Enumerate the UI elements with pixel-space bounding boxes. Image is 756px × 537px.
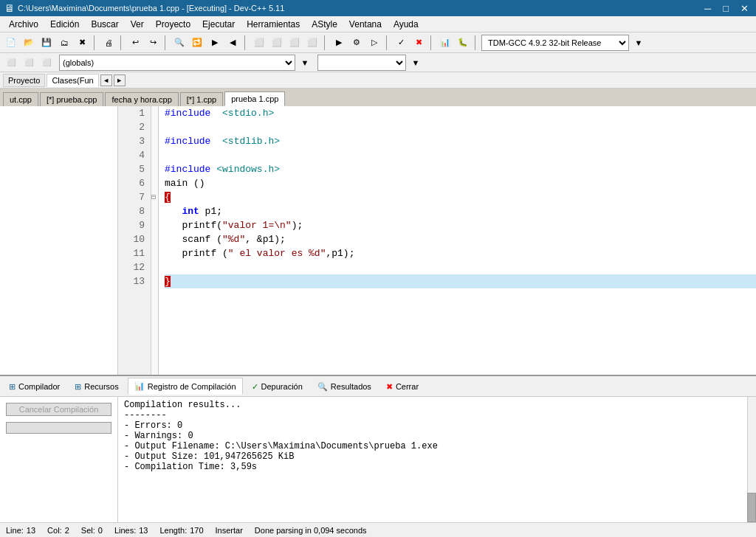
find-button[interactable]: 🔍: [171, 35, 188, 51]
class-nav-right[interactable]: ►: [114, 75, 126, 86]
menu-ayuda[interactable]: Ayuda: [388, 18, 425, 31]
left-panel: [0, 106, 118, 375]
status-lines: Lines: 13: [114, 526, 148, 535]
editor-area[interactable]: 1 2 3 4 5 6 7 8 9 10 11 12 13: [118, 106, 756, 375]
stop-button[interactable]: ✖: [410, 35, 427, 51]
bracket-indicator: ⊟: [151, 106, 159, 375]
check-button[interactable]: ✓: [393, 35, 409, 51]
menu-ejecutar[interactable]: Ejecutar: [196, 18, 241, 31]
tab-prueba1-cpp[interactable]: prueba 1.cpp: [224, 91, 285, 106]
toolbar-1: 📄 📂 💾 🗂 ✖ 🖨 ↩ ↪ 🔍 🔁 ▶ ◀ ⬜ ⬜ ⬜ ⬜ ▶ ⚙ ▷ ✓ …: [0, 32, 756, 53]
maximize-button[interactable]: □: [720, 3, 732, 14]
bottom-tabs: ⊞ Compilador ⊞ Recursos 📊 Registro de Co…: [0, 376, 756, 397]
find-prev-button[interactable]: ◀: [224, 35, 241, 51]
tab-compilador[interactable]: ⊞ Compilador: [3, 378, 66, 395]
output-line-3: - Errors: 0: [124, 420, 741, 431]
tab-registro-compilacion[interactable]: 📊 Registro de Compilación: [128, 378, 243, 395]
project-tab[interactable]: Proyecto: [3, 74, 45, 87]
class-nav-left[interactable]: ◄: [100, 75, 112, 86]
globals-dropdown[interactable]: (globals): [59, 55, 295, 71]
tab-prueba-cpp[interactable]: [*] prueba.cpp: [40, 92, 104, 106]
output-line-7: - Compilation Time: 3,59s: [124, 462, 741, 472]
code-line-11: printf (" el valor es %d",p1);: [165, 246, 756, 260]
unindent-button[interactable]: ⬜: [269, 35, 285, 51]
secondary-dropdown-btn[interactable]: ▼: [408, 55, 424, 71]
compile-run-button[interactable]: ▶: [331, 35, 347, 51]
menu-archivo[interactable]: Archivo: [3, 18, 44, 31]
minimize-button[interactable]: ─: [701, 3, 714, 14]
progress-bar: [6, 422, 111, 434]
app-icon: 🖥: [4, 2, 15, 14]
grid-icon-compilador: ⊞: [9, 382, 16, 392]
code-line-2: [165, 120, 756, 134]
globals-dropdown-btn[interactable]: ▼: [297, 55, 313, 71]
menu-proyecto[interactable]: Proyecto: [150, 18, 196, 31]
menu-edicion[interactable]: Edición: [44, 18, 85, 31]
main-area: 1 2 3 4 5 6 7 8 9 10 11 12 13: [0, 106, 756, 375]
title-text: C:\Users\Maximina\Documents\prueba 1.cpp…: [18, 4, 284, 13]
title-bar-controls: ─ □ ✕: [701, 3, 752, 14]
compilation-output: Compilation results... -------- - Errors…: [118, 397, 747, 522]
code-line-13: }: [165, 274, 756, 288]
undo-button[interactable]: ↩: [127, 35, 143, 51]
tab-cerrar[interactable]: ✖ Cerrar: [380, 378, 425, 395]
menu-herramientas[interactable]: Herramientas: [241, 18, 306, 31]
menu-bar: Archivo Edición Buscar Ver Proyecto Ejec…: [0, 16, 756, 32]
comment-button[interactable]: ⬜: [286, 35, 303, 51]
tb2-btn2[interactable]: ⬜: [21, 55, 37, 71]
cancel-compilation-button[interactable]: Cancelar Compilación: [6, 403, 111, 416]
compile-button[interactable]: ⚙: [348, 35, 365, 51]
close-file-button[interactable]: ✖: [74, 35, 90, 51]
new-button[interactable]: 📄: [3, 35, 19, 51]
tb2-btn3[interactable]: ⬜: [38, 55, 55, 71]
title-bar-left: 🖥 C:\Users\Maximina\Documents\prueba 1.c…: [4, 2, 284, 14]
indent-button[interactable]: ⬜: [251, 35, 267, 51]
classes-tab[interactable]: Clases(Fun: [47, 74, 98, 87]
output-line-2: --------: [124, 410, 741, 420]
status-mode: Insertar: [216, 526, 243, 535]
save-button[interactable]: 💾: [38, 35, 55, 51]
tab-recursos[interactable]: ⊞ Recursos: [69, 378, 124, 395]
tab-1-cpp[interactable]: [*] 1.cpp: [180, 92, 223, 106]
secondary-dropdown[interactable]: [317, 55, 406, 71]
compiler-dropdown-btn[interactable]: ▼: [630, 35, 647, 51]
code-editor[interactable]: #include <stdio.h> #include <stdlib.h> #…: [159, 106, 756, 375]
open-button[interactable]: 📂: [21, 35, 37, 51]
redo-button[interactable]: ↪: [145, 35, 161, 51]
code-line-7: {: [165, 190, 756, 204]
run-button[interactable]: ▷: [366, 35, 382, 51]
code-line-10: scanf ("%d", &p1);: [165, 232, 756, 246]
tab-depuracion[interactable]: ✓ Depuración: [246, 378, 309, 395]
close-icon: ✖: [386, 382, 393, 392]
status-col: Col: 2: [47, 526, 69, 535]
sep-3: [165, 35, 168, 50]
close-button[interactable]: ✕: [738, 3, 752, 14]
tb2-btn1[interactable]: ⬜: [3, 55, 19, 71]
tab-fecha-hora-cpp[interactable]: fecha y hora.cpp: [105, 92, 178, 106]
replace-button[interactable]: 🔁: [189, 35, 205, 51]
uncomment-button[interactable]: ⬜: [304, 35, 320, 51]
output-line-5: - Output Filename: C:\Users\Maximina\Doc…: [124, 441, 741, 451]
debug-button[interactable]: 🐛: [455, 35, 471, 51]
menu-buscar[interactable]: Buscar: [85, 18, 124, 31]
tab-resultados[interactable]: 🔍 Resultados: [312, 378, 377, 395]
print-button[interactable]: 🖨: [100, 35, 117, 51]
menu-ver[interactable]: Ver: [125, 18, 150, 31]
profile-button[interactable]: 📊: [437, 35, 453, 51]
save-all-button[interactable]: 🗂: [56, 35, 72, 51]
status-length: Length: 170: [160, 526, 204, 535]
menu-ventana[interactable]: Ventana: [343, 18, 388, 31]
bottom-panel: ⊞ Compilador ⊞ Recursos 📊 Registro de Co…: [0, 375, 756, 522]
line-numbers: 1 2 3 4 5 6 7 8 9 10 11 12 13: [118, 106, 151, 375]
code-line-4: [165, 148, 756, 162]
sep-2: [120, 35, 123, 50]
code-container[interactable]: 1 2 3 4 5 6 7 8 9 10 11 12 13: [118, 106, 756, 375]
compiler-dropdown[interactable]: TDM-GCC 4.9.2 32-bit Release: [481, 35, 629, 51]
tab-ut-cpp[interactable]: ut.cpp: [3, 92, 38, 106]
sep-4: [244, 35, 247, 50]
menu-astyle[interactable]: AStyle: [306, 18, 343, 31]
sep-5: [324, 35, 327, 50]
find-next-button[interactable]: ▶: [207, 35, 223, 51]
sep-7: [430, 35, 433, 50]
output-line-6: - Output Size: 101,947265625 KiB: [124, 451, 741, 462]
